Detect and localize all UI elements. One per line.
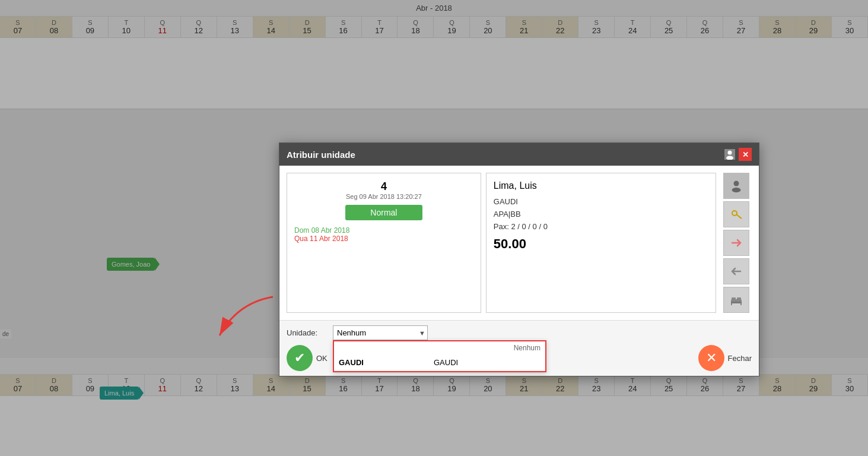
side-btn-arrow-left[interactable]: [723, 258, 749, 284]
side-btn-person[interactable]: [723, 173, 749, 199]
modal-footer: Unidade: ▼ Nenhum GAUDI GAUDI ✔: [279, 320, 759, 376]
unidade-label: Unidade:: [287, 328, 328, 337]
svg-point-4: [734, 181, 739, 186]
fechar-label: Fechar: [728, 354, 752, 363]
cancel-button[interactable]: ✕: [698, 345, 724, 371]
reservation-info-card: 4 Seg 09 Abr 2018 13:20:27 Normal Dom 08…: [287, 173, 481, 313]
modal-title-icons: ✕: [723, 148, 752, 161]
ok-icon: ✔: [294, 350, 305, 366]
modal-person-icon[interactable]: [723, 148, 736, 161]
hotel-code: GAUDI: [494, 196, 708, 208]
modal-atribuir-unidade: Atribuir unidade ✕ 4 Seg 09 Abr 2018 13:…: [279, 142, 759, 376]
svg-point-2: [728, 151, 732, 155]
checkout-date: Qua 11 Abr 2018: [294, 235, 473, 243]
modal-title: Atribuir unidade: [287, 150, 355, 160]
ok-button[interactable]: ✔: [287, 345, 313, 371]
price: 50.00: [494, 236, 708, 252]
ok-group: ✔ OK: [287, 345, 328, 371]
modal-side-buttons: [721, 173, 752, 313]
modal-close-button[interactable]: ✕: [739, 148, 752, 161]
checkin-date: Dom 08 Abr 2018: [294, 226, 473, 235]
side-btn-bed[interactable]: [723, 287, 749, 313]
modal-body: 4 Seg 09 Abr 2018 13:20:27 Normal Dom 08…: [279, 166, 759, 320]
reservation-date: Seg 09 Abr 2018 13:20:27: [294, 193, 473, 200]
svg-rect-11: [732, 297, 736, 300]
meal-plan: APA|BB: [494, 208, 708, 221]
cancel-group: ✕ Fechar: [698, 345, 752, 371]
reservation-number: 4: [294, 180, 473, 193]
red-arrow-annotation: [202, 291, 279, 344]
pax-info: Pax: 2 / 0 / 0 / 0: [494, 221, 708, 233]
normal-status-button[interactable]: Normal: [345, 205, 422, 220]
guest-info-card: Lima, Luis GAUDI APA|BB Pax: 2 / 0 / 0 /…: [486, 173, 716, 313]
dropdown-none-label: Nenhum: [334, 341, 545, 354]
svg-rect-10: [731, 302, 742, 303]
dropdown-item-code: GAUDI: [339, 358, 434, 367]
svg-line-7: [737, 215, 742, 219]
dropdown-item-name: GAUDI: [434, 358, 540, 367]
svg-point-5: [732, 188, 741, 192]
svg-point-6: [732, 211, 737, 216]
ok-label: OK: [316, 354, 328, 363]
dropdown-menu: Nenhum GAUDI GAUDI: [333, 340, 546, 372]
guest-name: Lima, Luis: [494, 180, 708, 191]
dropdown-item-gaudi[interactable]: GAUDI GAUDI: [334, 354, 545, 371]
svg-rect-12: [737, 297, 741, 300]
side-btn-arrow-right[interactable]: [723, 230, 749, 256]
side-btn-key[interactable]: [723, 201, 749, 227]
unidade-dropdown-input[interactable]: [333, 325, 428, 340]
cancel-icon: ✕: [706, 350, 717, 366]
modal-titlebar: Atribuir unidade ✕: [279, 143, 759, 166]
unidade-row: Unidade: ▼ Nenhum GAUDI GAUDI: [287, 325, 752, 340]
dropdown-wrapper: ▼ Nenhum GAUDI GAUDI: [333, 325, 428, 340]
